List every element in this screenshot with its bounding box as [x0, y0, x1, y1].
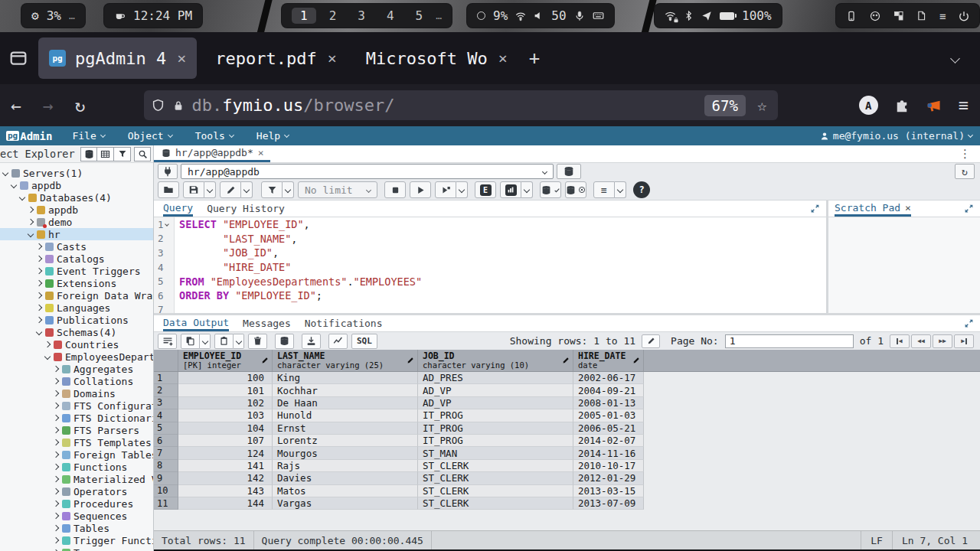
cell[interactable]: ST_CLERK — [418, 472, 573, 484]
macros-dropdown-icon[interactable] — [615, 181, 626, 198]
explain-button[interactable]: E — [475, 181, 496, 198]
tree-item-catalogs[interactable]: Catalogs — [0, 253, 153, 265]
cell[interactable]: Davies — [273, 472, 418, 484]
rollback-button[interactable] — [565, 181, 586, 198]
power-icon[interactable] — [959, 11, 969, 21]
tree-item-collations[interactable]: Collations — [0, 375, 153, 387]
expand-icon[interactable] — [964, 315, 980, 331]
cell[interactable]: 2002-06-17 — [573, 372, 644, 384]
cell[interactable]: 103 — [178, 409, 273, 422]
limit-selector[interactable]: No limit — [298, 181, 377, 198]
edit-range-button[interactable] — [642, 334, 660, 348]
filter-button[interactable] — [261, 181, 283, 198]
expand-chevron-icon[interactable] — [28, 219, 34, 225]
cell[interactable]: 2014-02-07 — [573, 435, 644, 447]
graph-visualiser-button[interactable] — [328, 334, 348, 349]
workspace-1[interactable]: 1 — [292, 8, 316, 24]
firefox-view-icon[interactable] — [9, 49, 28, 67]
tree-item-functions[interactable]: Functions — [0, 461, 153, 473]
commit-button[interactable] — [540, 181, 561, 198]
cell[interactable]: 2013-03-15 — [573, 485, 644, 497]
expand-chevron-icon[interactable] — [53, 500, 59, 507]
expand-chevron-icon[interactable] — [53, 378, 59, 384]
execute-button[interactable] — [410, 181, 431, 198]
cpu-indicator[interactable]: ⚙ 3% … — [21, 4, 85, 28]
collapse-chevron-icon[interactable] — [36, 329, 42, 335]
new-tab-button[interactable]: + — [529, 47, 540, 69]
tree-item-extensions[interactable]: Extensions — [0, 277, 153, 289]
expand-chevron-icon[interactable] — [53, 464, 59, 470]
row-number[interactable]: 1 — [154, 372, 178, 384]
cell[interactable]: Matos — [273, 485, 418, 497]
workspace-5[interactable]: 5 — [407, 8, 432, 24]
expand-chevron-icon[interactable] — [36, 268, 42, 274]
filter-dropdown-icon[interactable] — [283, 181, 294, 198]
table-row[interactable]: 8141RajsST_CLERK2010-10-17 — [154, 460, 980, 472]
clock-indicator[interactable]: 12:24 PM — [104, 4, 202, 28]
cell[interactable]: 142 — [178, 472, 273, 484]
first-page-button[interactable]: ◀ — [890, 334, 910, 348]
tree-item-operators[interactable]: Operators — [0, 485, 153, 497]
cell[interactable]: 143 — [178, 485, 273, 497]
row-number[interactable]: 8 — [154, 460, 178, 472]
cell[interactable]: 107 — [178, 435, 273, 447]
search-objects-button[interactable] — [134, 147, 151, 161]
query-tool-tab[interactable]: hr/app@appdb* × — [154, 145, 270, 162]
expand-chevron-icon[interactable] — [53, 390, 59, 396]
row-number[interactable]: 7 — [154, 447, 178, 459]
tree-item-demo[interactable]: demo — [0, 216, 153, 228]
page-number-input[interactable] — [725, 334, 854, 348]
expand-chevron-icon[interactable] — [36, 256, 42, 262]
tree-item-appdb[interactable]: appdb — [0, 204, 153, 216]
tree-item-sequences[interactable]: Sequences — [0, 510, 153, 522]
prev-page-button[interactable]: ◀◀ — [911, 334, 931, 348]
column-header-last_name[interactable]: LAST_NAMEcharacter varying (25) — [273, 350, 418, 371]
table-row[interactable]: 9142DaviesST_CLERK2012-01-29 — [154, 472, 980, 484]
expand-chevron-icon[interactable] — [53, 488, 59, 494]
tree-item-schemas-4-[interactable]: Schemas(4) — [0, 326, 153, 338]
open-file-button[interactable] — [158, 181, 179, 198]
row-number[interactable]: 5 — [154, 422, 178, 435]
tab-data-output[interactable]: Data Output — [163, 315, 229, 331]
cell[interactable]: 2013-07-09 — [573, 497, 644, 510]
theme-icon[interactable] — [870, 11, 880, 21]
tree-item-fts-configurations[interactable]: FTS Configurations — [0, 399, 153, 412]
table-row[interactable]: 11144VargasST_CLERK2013-07-09 — [154, 497, 980, 510]
url-bar[interactable]: db.fymio.us/browser/ 67% ☆ — [144, 90, 778, 120]
save-file-button[interactable] — [183, 181, 204, 198]
forward-button[interactable]: → — [32, 96, 64, 116]
table-row[interactable]: 5104ErnstIT_PROG2006-05-21 — [154, 422, 980, 435]
expand-chevron-icon[interactable] — [53, 452, 59, 458]
cell[interactable]: 144 — [178, 497, 273, 510]
expand-chevron-icon[interactable] — [53, 525, 59, 531]
workspace-3[interactable]: 3 — [349, 8, 374, 24]
collapse-chevron-icon[interactable] — [19, 194, 25, 201]
connect-server-button[interactable] — [80, 147, 97, 161]
kebab-menu-icon[interactable]: ⋮ — [950, 145, 980, 162]
tree-item-materialized-views[interactable]: Materialized Views — [0, 473, 153, 485]
tree-item-languages[interactable]: Languages — [0, 302, 153, 314]
cell[interactable]: 2014-11-16 — [573, 447, 644, 459]
row-number[interactable]: 6 — [154, 435, 178, 447]
expand-chevron-icon[interactable] — [44, 341, 51, 347]
tree-item-event-triggers[interactable]: Event Triggers — [0, 265, 153, 277]
fold-chevron-icon[interactable] — [165, 222, 169, 227]
tree-item-hr[interactable]: hr — [0, 228, 153, 240]
cell[interactable]: Rajs — [273, 460, 418, 472]
cell[interactable]: 104 — [178, 422, 273, 435]
column-header-job_id[interactable]: JOB_IDcharacter varying (10) — [418, 350, 573, 371]
workspace-switcher[interactable]: 12345 … — [282, 4, 452, 28]
url-text[interactable]: db.fymio.us/browser/ — [192, 96, 696, 115]
add-row-button[interactable] — [158, 334, 177, 349]
cell[interactable]: AD_PRES — [418, 372, 573, 384]
cell[interactable]: AD_VP — [418, 397, 573, 409]
cell[interactable]: Kochhar — [273, 384, 418, 396]
expand-chevron-icon[interactable] — [53, 415, 59, 421]
expand-icon[interactable] — [964, 201, 980, 217]
lock-icon[interactable] — [173, 100, 184, 111]
browser-tab[interactable]: Microsoft Wo× — [355, 37, 518, 79]
last-page-button[interactable]: ▶ — [954, 334, 974, 348]
delete-row-button[interactable] — [248, 334, 267, 349]
row-number[interactable]: 3 — [154, 397, 178, 409]
expand-chevron-icon[interactable] — [53, 403, 59, 409]
